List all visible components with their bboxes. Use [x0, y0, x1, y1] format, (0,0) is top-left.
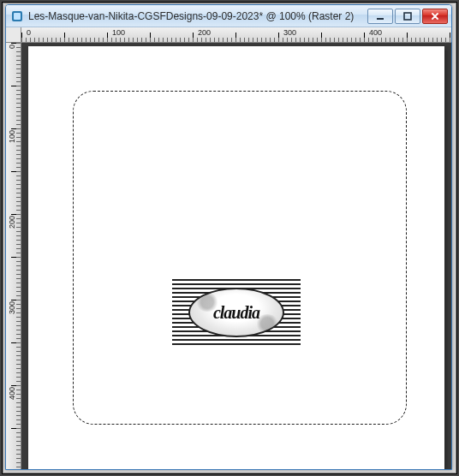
watermark-oval: claudia — [188, 288, 284, 337]
svg-rect-1 — [14, 13, 21, 20]
maximize-button[interactable] — [395, 9, 420, 24]
ruler-v-tick: 300 — [8, 301, 16, 314]
ruler-h-tick: 100 — [112, 28, 125, 37]
ruler-v-tick: 100 — [8, 130, 16, 143]
svg-rect-2 — [377, 18, 384, 20]
window-controls — [367, 9, 448, 24]
canvas[interactable]: claudia — [28, 46, 444, 469]
window-title: Les-Masque-van-Nikita-CGSFDesigns-09-09-… — [28, 10, 362, 22]
svg-rect-3 — [404, 13, 411, 20]
ruler-horizontal[interactable]: 0 100 200 300 400 — [21, 27, 451, 43]
document-window: Les-Masque-van-Nikita-CGSFDesigns-09-09-… — [5, 4, 452, 470]
ruler-v-tick: 0 — [8, 45, 16, 49]
ruler-h-tick: 0 — [27, 28, 31, 37]
minimize-button[interactable] — [367, 9, 393, 24]
ruler-v-tick: 200 — [8, 216, 16, 229]
app-icon — [11, 10, 23, 22]
ruler-h-tick: 400 — [369, 28, 382, 37]
titlebar[interactable]: Les-Masque-van-Nikita-CGSFDesigns-09-09-… — [6, 5, 451, 27]
ruler-v-tick: 400 — [8, 387, 16, 400]
selection-marquee[interactable] — [73, 91, 407, 425]
ruler-vertical[interactable]: 0 100 200 300 400 — [6, 43, 21, 469]
watermark-text: claudia — [213, 303, 259, 323]
ruler-origin[interactable] — [6, 27, 21, 43]
close-button[interactable] — [422, 9, 448, 24]
canvas-viewport[interactable]: claudia — [21, 43, 451, 469]
workspace: 0 100 200 300 400 0 100 200 300 400 clau… — [6, 27, 451, 469]
ruler-h-tick: 300 — [283, 28, 296, 37]
watermark-graphic: claudia — [172, 279, 301, 346]
ruler-h-tick: 200 — [198, 28, 211, 37]
